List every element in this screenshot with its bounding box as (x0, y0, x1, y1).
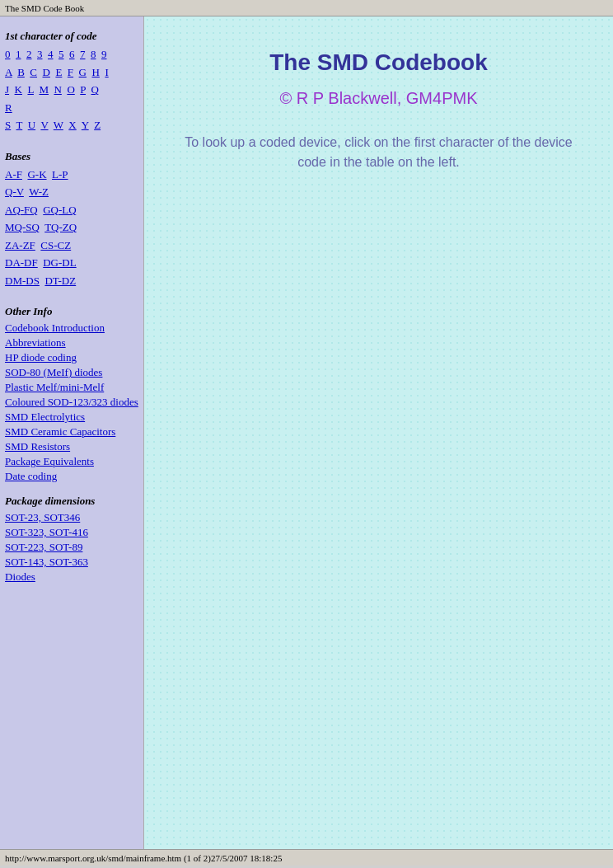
pkg-diodes: Diodes (5, 570, 138, 584)
char-link-K[interactable]: K (15, 83, 22, 96)
char-link-T[interactable]: T (16, 119, 23, 131)
main-layout: 1st character of code 0 1 2 3 4 5 6 7 8 … (0, 16, 613, 849)
bases-link-cscz[interactable]: CS-CZ (40, 239, 71, 251)
char-link-J[interactable]: J (5, 83, 9, 96)
bases-link-lp[interactable]: L-P (52, 168, 68, 181)
char-link-8[interactable]: 8 (91, 48, 96, 60)
char-link-C[interactable]: C (30, 66, 37, 78)
char-link-U[interactable]: U (28, 119, 35, 131)
other-info-title: Other Info (5, 305, 138, 318)
bases-row-2: Q-V W-Z (5, 184, 138, 200)
content-area: The SMD Codebook © R P Blackwell, GM4PMK… (144, 16, 613, 849)
char-link-F[interactable]: F (68, 66, 73, 78)
char-link-1[interactable]: 1 (16, 48, 21, 60)
link-sod80-melf-diodes[interactable]: SOD-80 (MeIf) diodes (5, 366, 102, 378)
other-info-package-equiv: Package Equivalents (5, 455, 138, 468)
char-link-H[interactable]: H (91, 66, 99, 78)
bases-row-1: A-F G-K L-P (5, 167, 138, 183)
char-link-6[interactable]: 6 (69, 48, 75, 60)
link-hp-diode-coding[interactable]: HP diode coding (5, 351, 77, 364)
link-diodes[interactable]: Diodes (5, 570, 35, 583)
char-link-N[interactable]: N (54, 83, 61, 96)
link-sot23-sot346[interactable]: SOT-23, SOT346 (5, 511, 80, 523)
other-info-date-coding: Date coding (5, 470, 138, 483)
bases-link-mqsq[interactable]: MQ-SQ (5, 221, 40, 233)
other-info-hp-diode: HP diode coding (5, 351, 138, 364)
bases-link-wz[interactable]: W-Z (29, 185, 49, 198)
char-link-V[interactable]: V (40, 119, 48, 131)
char-link-A[interactable]: A (5, 66, 12, 78)
package-dims-title: Package dimensions (5, 495, 138, 508)
bases-row-5: ZA-ZF CS-CZ (5, 237, 138, 254)
char-link-G[interactable]: G (79, 66, 87, 78)
bases-link-zazf[interactable]: ZA-ZF (5, 239, 35, 251)
bases-link-qv[interactable]: Q-V (5, 185, 24, 198)
char-link-O[interactable]: O (67, 83, 74, 96)
char-link-Y[interactable]: Y (82, 119, 89, 131)
sidebar: 1st character of code 0 1 2 3 4 5 6 7 8 … (0, 16, 144, 849)
char-link-P[interactable]: P (80, 83, 86, 96)
link-package-equivalents[interactable]: Package Equivalents (5, 455, 94, 467)
char-link-R[interactable]: R (5, 101, 12, 114)
pkg-sot223: SOT-223, SOT-89 (5, 541, 138, 554)
other-info-coloured-sod: Coloured SOD-123/323 diodes (5, 396, 138, 409)
char-link-3[interactable]: 3 (37, 48, 43, 60)
char-link-I[interactable]: I (105, 66, 108, 78)
pkg-sot323: SOT-323, SOT-416 (5, 526, 138, 539)
pkg-sot143: SOT-143, SOT-363 (5, 556, 138, 569)
link-codebook-introduction[interactable]: Codebook Introduction (5, 321, 105, 334)
letter-row-3: R (5, 100, 138, 116)
status-bar: http://www.marsport.org.uk/smd/mainframe… (0, 849, 613, 866)
link-sot143-sot363[interactable]: SOT-143, SOT-363 (5, 556, 88, 568)
title-bar: The SMD Code Book (0, 0, 613, 16)
link-sot323-sot416[interactable]: SOT-323, SOT-416 (5, 526, 88, 538)
char-link-D[interactable]: D (43, 66, 50, 78)
char-link-9[interactable]: 9 (101, 48, 107, 60)
other-info-abbreviations: Abbreviations (5, 336, 138, 350)
char-link-Z[interactable]: Z (94, 119, 101, 131)
link-smd-resistors[interactable]: SMD Resistors (5, 440, 70, 453)
char-link-E[interactable]: E (55, 66, 62, 78)
link-smd-electrolytics[interactable]: SMD Electrolytics (5, 411, 85, 423)
char-link-4[interactable]: 4 (48, 48, 54, 60)
char-link-Q[interactable]: Q (91, 83, 99, 96)
char-link-2[interactable]: 2 (26, 48, 32, 60)
char-link-X[interactable]: X (68, 119, 76, 131)
char-link-0[interactable]: 0 (5, 48, 11, 60)
letter-row-4: S T U V W X Y Z (5, 117, 138, 134)
char-link-7[interactable]: 7 (80, 48, 86, 60)
link-smd-ceramic-capacitors[interactable]: SMD Ceramic Capacitors (5, 425, 115, 438)
bases-row-7: DM-DS DT-DZ (5, 273, 138, 289)
bases-link-tqzq[interactable]: TQ-ZQ (44, 221, 77, 233)
char-link-M[interactable]: M (39, 83, 49, 96)
bases-link-af[interactable]: A-F (5, 168, 22, 181)
bases-link-dmds[interactable]: DM-DS (5, 274, 40, 287)
other-info-sod80: SOD-80 (MeIf) diodes (5, 366, 138, 379)
link-plastic-melf[interactable]: Plastic Melf/mini-Melf (5, 381, 104, 393)
char-link-S[interactable]: S (5, 119, 11, 131)
other-info-plastic-melf: Plastic Melf/mini-Melf (5, 381, 138, 394)
letter-row-2: J K L M N O P Q (5, 82, 138, 98)
link-abbreviations[interactable]: Abbreviations (5, 336, 66, 349)
bases-link-dgdl[interactable]: DG-DL (43, 256, 76, 269)
content-subtitle: © R P Blackwell, GM4PMK (280, 89, 478, 108)
char-link-W[interactable]: W (54, 119, 63, 131)
link-date-coding[interactable]: Date coding (5, 470, 57, 482)
bases-link-dadf[interactable]: DA-DF (5, 256, 38, 269)
bases-link-dtdz[interactable]: DT-DZ (44, 274, 76, 287)
letter-row-1: A B C D E F G H I (5, 64, 138, 81)
bases-link-gqlq[interactable]: GQ-LQ (43, 204, 76, 216)
other-info-smd-electrolytics: SMD Electrolytics (5, 411, 138, 424)
first-char-title: 1st character of code (5, 30, 138, 43)
bases-row-4: MQ-SQ TQ-ZQ (5, 219, 138, 236)
other-info-smd-ceramic: SMD Ceramic Capacitors (5, 425, 138, 439)
bases-row-3: AQ-FQ GQ-LQ (5, 202, 138, 218)
other-info-codebook: Codebook Introduction (5, 321, 138, 335)
char-link-B[interactable]: B (17, 66, 25, 78)
bases-link-aqfq[interactable]: AQ-FQ (5, 204, 38, 216)
char-link-5[interactable]: 5 (58, 48, 64, 60)
link-coloured-sod[interactable]: Coloured SOD-123/323 diodes (5, 396, 138, 408)
link-sot223-sot89[interactable]: SOT-223, SOT-89 (5, 541, 82, 553)
char-link-L[interactable]: L (27, 83, 33, 96)
bases-link-gk[interactable]: G-K (27, 168, 46, 181)
